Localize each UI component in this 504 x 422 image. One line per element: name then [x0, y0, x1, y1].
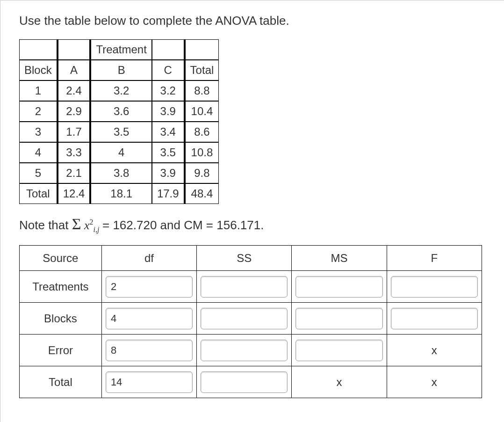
- note-text: Note that Σ x2i,j = 162.720 and CM = 156…: [19, 215, 485, 234]
- table-cell: 3.9: [152, 163, 185, 183]
- df-blocks-input[interactable]: [106, 308, 193, 329]
- ms-treatments-input[interactable]: [295, 276, 382, 298]
- subscript: i,j: [94, 226, 100, 233]
- table-cell: 3.2: [91, 80, 151, 101]
- anova-table: Source df SS MS F Treatments Blocks Erro…: [19, 245, 482, 398]
- data-table: Treatment Block A B C Total 1 2.4 3.2 3.…: [19, 39, 219, 204]
- col-header-b: B: [91, 60, 151, 80]
- f-total-na: x: [387, 366, 482, 398]
- table-cell: 3.5: [152, 142, 185, 163]
- treatment-header: Treatment: [91, 39, 151, 60]
- table-cell: 2: [19, 101, 58, 122]
- table-cell: 1.7: [58, 122, 91, 142]
- anova-header-ss: SS: [197, 246, 292, 271]
- col-header-a: A: [58, 60, 91, 80]
- table-cell: 3.9: [152, 101, 185, 122]
- variable-x: x: [84, 218, 90, 232]
- table-cell: 18.1: [91, 183, 151, 204]
- col-header-block: Block: [19, 60, 58, 80]
- note-eq: = 162.720 and CM = 156.171.: [102, 218, 264, 232]
- table-cell: 8.8: [185, 80, 219, 101]
- table-cell: 3.8: [91, 163, 151, 183]
- df-total-input[interactable]: [106, 371, 193, 393]
- table-cell: 4: [19, 142, 58, 163]
- ms-blocks-input[interactable]: [295, 308, 382, 329]
- col-header-total: Total: [185, 60, 219, 80]
- ss-blocks-input[interactable]: [201, 308, 288, 329]
- f-blocks-input[interactable]: [391, 308, 478, 329]
- table-cell: 48.4: [185, 183, 219, 204]
- row-label-treatments: Treatments: [20, 271, 102, 303]
- table-cell: 3.4: [152, 122, 185, 142]
- anova-header-f: F: [387, 246, 482, 271]
- table-cell: 10.4: [185, 101, 219, 122]
- ms-error-input[interactable]: [295, 340, 382, 361]
- anova-header-source: Source: [20, 246, 102, 271]
- df-error-input[interactable]: [106, 340, 193, 361]
- sigma-icon: Σ: [72, 215, 81, 233]
- superscript: 2: [90, 218, 94, 226]
- empty-cell: [152, 39, 185, 60]
- empty-cell: [19, 39, 58, 60]
- table-cell: 3.6: [91, 101, 151, 122]
- ms-total-na: x: [292, 366, 387, 398]
- table-cell: 5: [19, 163, 58, 183]
- table-cell: 2.4: [58, 80, 91, 101]
- table-cell: 8.6: [185, 122, 219, 142]
- question-card: Use the table below to complete the ANOV…: [0, 0, 504, 422]
- ss-treatments-input[interactable]: [201, 276, 288, 298]
- ss-error-input[interactable]: [201, 340, 288, 361]
- row-total-label: Total: [19, 183, 58, 204]
- row-label-total: Total: [20, 366, 102, 398]
- f-treatments-input[interactable]: [391, 276, 478, 298]
- table-cell: 3.5: [91, 122, 151, 142]
- df-treatments-input[interactable]: [106, 276, 193, 298]
- table-cell: 10.8: [185, 142, 219, 163]
- row-label-blocks: Blocks: [20, 303, 102, 335]
- anova-header-ms: MS: [292, 246, 387, 271]
- f-error-na: x: [387, 335, 482, 366]
- table-cell: 1: [19, 80, 58, 101]
- empty-cell: [185, 39, 219, 60]
- table-cell: 2.1: [58, 163, 91, 183]
- table-cell: 2.9: [58, 101, 91, 122]
- table-cell: 3.2: [152, 80, 185, 101]
- table-cell: 17.9: [152, 183, 185, 204]
- table-cell: 3.3: [58, 142, 91, 163]
- empty-cell: [58, 39, 91, 60]
- question-prompt: Use the table below to complete the ANOV…: [19, 14, 485, 28]
- ss-total-input[interactable]: [201, 371, 288, 393]
- table-cell: 12.4: [58, 183, 91, 204]
- col-header-c: C: [152, 60, 185, 80]
- row-label-error: Error: [20, 335, 102, 366]
- table-cell: 9.8: [185, 163, 219, 183]
- sum-expression: Σ x2i,j: [72, 218, 102, 232]
- table-cell: 3: [19, 122, 58, 142]
- note-prefix: Note that: [19, 218, 72, 232]
- table-cell: 4: [91, 142, 151, 163]
- anova-header-df: df: [101, 246, 196, 271]
